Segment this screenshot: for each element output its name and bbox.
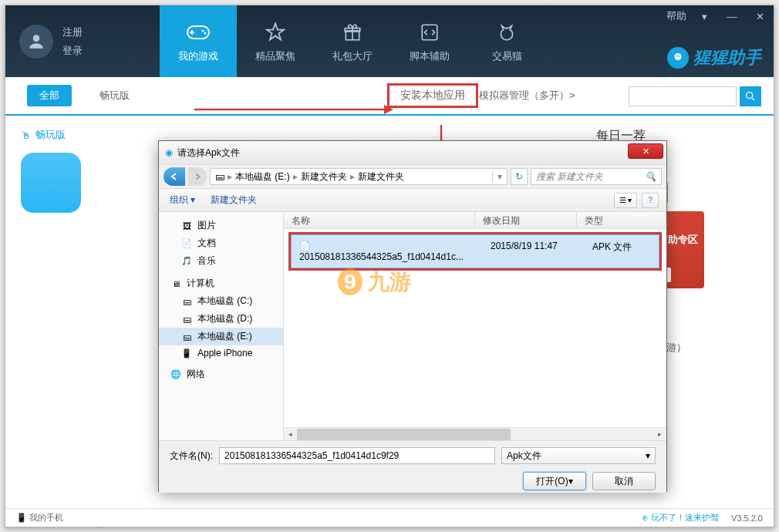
horizontal-scrollbar[interactable]: ◂ ▸ <box>284 427 666 440</box>
register-link[interactable]: 注册 <box>62 25 83 39</box>
filter-all[interactable]: 全部 <box>27 85 72 106</box>
nav-back-button[interactable] <box>164 167 185 186</box>
nav-forward-button[interactable] <box>188 167 207 186</box>
mouse-icon: 🖱 <box>21 130 31 141</box>
tree-network[interactable]: 🌐网络 <box>159 365 283 383</box>
file-open-dialog: ◉ 请选择Apk文件 ✕ 🖴 ▸ 本地磁盘 (E:)▸ 新建文件夹▸ 新建文件夹… <box>158 140 667 492</box>
code-icon <box>417 20 442 45</box>
svg-point-3 <box>204 32 207 34</box>
tree-iphone[interactable]: 📱Apple iPhone <box>159 345 283 361</box>
organize-button[interactable]: 组织 ▾ <box>170 194 195 207</box>
dialog-close-button[interactable]: ✕ <box>628 143 663 159</box>
search-button[interactable] <box>740 86 761 106</box>
install-local-button[interactable]: 安装本地应用 <box>387 83 478 108</box>
tree-drive-e[interactable]: 🖴本地磁盘 (E:) <box>159 328 283 345</box>
dialog-search-input[interactable]: 搜索 新建文件夹 🔍 <box>531 168 662 185</box>
svg-point-10 <box>747 93 753 99</box>
svg-marker-12 <box>384 105 393 114</box>
tree-drive-d[interactable]: 🖴本地磁盘 (D:) <box>159 310 283 328</box>
version-label: V3.5.2.0 <box>731 513 763 523</box>
header: 注册 登录 我的游戏 精品聚焦 礼包大厅 脚本辅助 交 <box>5 5 774 77</box>
refresh-button[interactable]: ↻ <box>511 168 528 185</box>
svg-point-2 <box>202 29 204 32</box>
filename-input[interactable] <box>219 447 495 464</box>
svg-point-9 <box>679 56 680 57</box>
search-icon <box>744 90 757 103</box>
help-button[interactable]: ? <box>642 193 659 208</box>
tab-trade[interactable]: 交易猫 <box>468 5 545 77</box>
dialog-title: 请选择Apk文件 <box>177 146 240 160</box>
tree-computer[interactable]: 🖥计算机 <box>159 274 283 292</box>
column-headers[interactable]: 名称 修改日期 类型 <box>284 212 666 229</box>
tab-featured[interactable]: 精品聚焦 <box>237 5 314 77</box>
app-icon: ◉ <box>165 147 173 158</box>
dialog-titlebar[interactable]: ◉ 请选择Apk文件 ✕ <box>159 141 666 164</box>
brand-logo: 猩猩助手 <box>667 46 761 69</box>
nav-tabs: 我的游戏 精品聚焦 礼包大厅 脚本辅助 交易猫 <box>160 5 545 77</box>
svg-point-8 <box>676 56 678 57</box>
search-icon: 🔍 <box>645 171 656 182</box>
gamepad-icon <box>186 20 211 45</box>
search-input[interactable] <box>629 86 737 106</box>
tree-drive-c[interactable]: 🖴本地磁盘 (C:) <box>159 292 283 310</box>
view-mode-button[interactable]: ☰ ▾ <box>614 193 637 208</box>
tab-gifts[interactable]: 礼包大厅 <box>314 5 391 77</box>
drive-icon: 🖴 <box>215 171 224 182</box>
folder-tree[interactable]: 🖼图片 📄文档 🎵音乐 🖥计算机 🖴本地磁盘 (C:) 🖴本地磁盘 (D:) 🖴… <box>159 212 284 440</box>
annotation-highlight: 📄 201508181336544325a5_f1d0414d1c... 201… <box>288 232 662 271</box>
help-button[interactable]: 帮助 <box>663 5 690 27</box>
watermark: 9 九游 <box>338 268 411 297</box>
close-button[interactable]: ✕ <box>746 5 774 27</box>
annotation-arrow-1 <box>194 102 395 117</box>
tree-documents[interactable]: 📄文档 <box>159 234 283 252</box>
my-phone-button[interactable]: 📱 我的手机 <box>16 512 63 524</box>
cat-icon <box>494 20 519 45</box>
avatar[interactable] <box>19 25 53 59</box>
gift-icon <box>340 20 365 45</box>
tab-my-games[interactable]: 我的游戏 <box>160 5 237 77</box>
svg-point-7 <box>675 53 682 60</box>
file-row[interactable]: 📄 201508181336544325a5_f1d0414d1c... 201… <box>291 234 659 268</box>
star-icon <box>263 20 288 45</box>
minimize-button[interactable]: — <box>718 5 746 27</box>
dropdown-button[interactable]: ▾ <box>690 5 718 27</box>
breadcrumb[interactable]: 🖴 ▸ 本地磁盘 (E:)▸ 新建文件夹▸ 新建文件夹 ▾ <box>210 168 508 185</box>
filename-label: 文件名(N): <box>170 450 213 463</box>
tree-music[interactable]: 🎵音乐 <box>159 252 283 270</box>
login-link[interactable]: 登录 <box>62 44 83 58</box>
filter-play[interactable]: 畅玩版 <box>87 85 142 106</box>
status-bar: 📱 我的手机 ⊕ 玩不了！速来护驾 V3.5.2.0 <box>5 508 774 527</box>
file-filter-select[interactable]: Apk文件▾ <box>501 447 656 464</box>
emulator-manager-link[interactable]: 模拟器管理（多开）> <box>479 89 575 103</box>
svg-point-0 <box>33 35 40 42</box>
new-folder-button[interactable]: 新建文件夹 <box>211 194 257 207</box>
footer-help-link[interactable]: ⊕ 玩不了！速来护驾 <box>642 512 719 524</box>
open-button[interactable]: 打开(O) ▾ <box>523 472 586 490</box>
cancel-button[interactable]: 取消 <box>592 472 656 490</box>
tree-pictures[interactable]: 🖼图片 <box>159 217 283 234</box>
game-tile[interactable] <box>21 153 81 213</box>
tab-scripts[interactable]: 脚本辅助 <box>391 5 468 77</box>
